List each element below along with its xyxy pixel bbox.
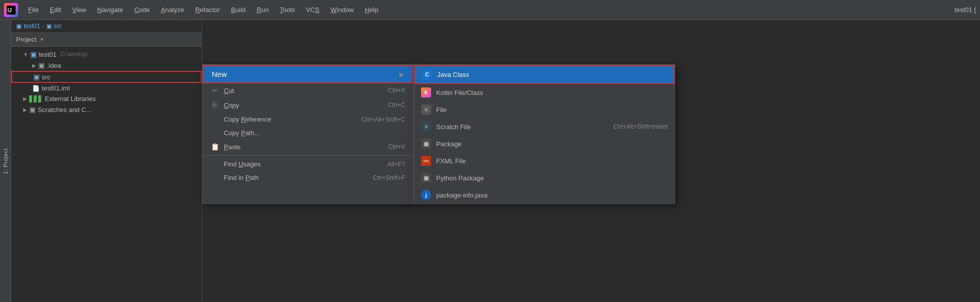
scratch-shortcut: Ctrl+Alt+Shift+Insert [613, 123, 668, 130]
tree-item-idea[interactable]: ▶ ▣ .idea [11, 60, 202, 71]
tree-item-src[interactable]: ▣ src [11, 71, 202, 83]
project-name-header: test01 [ [954, 6, 976, 14]
cut-shortcut: Ctrl+X [388, 87, 405, 94]
cut-label: Cut [224, 87, 234, 94]
submenu-package[interactable]: ▣ Package [414, 135, 675, 152]
menu-analyze[interactable]: Analyze [156, 4, 189, 16]
folder-gray-icon: ▣ [38, 61, 45, 69]
side-tab-project[interactable]: 1: Project [0, 20, 11, 302]
tree-item-test01[interactable]: ▼ ▣ test01 D:\worksp [11, 49, 202, 60]
folder-icon-breadcrumb: ▣ [16, 23, 22, 30]
menu-build[interactable]: Build [226, 4, 251, 16]
submenu-arrow-icon: ▶ [399, 71, 404, 78]
kotlin-icon: K [421, 87, 431, 97]
panel-title: Project [16, 36, 36, 43]
breadcrumb-project[interactable]: test01 [24, 23, 40, 30]
scratch-icon: ≡ [421, 122, 431, 132]
cut-icon: ✂ [211, 86, 219, 94]
folder-icon: ▣ [30, 50, 37, 58]
chevron-expanded-icon: ▼ [23, 52, 28, 57]
submenu-file[interactable]: ≡ File [414, 101, 675, 118]
package-info-label: package-info.java [436, 191, 487, 199]
context-menu-find-usages[interactable]: Find Usages Alt+F7 [203, 157, 413, 171]
fxml-label: FXML File [436, 157, 466, 165]
breadcrumb-sep: › [42, 23, 44, 30]
panel-header: Project ▼ [11, 33, 202, 47]
menu-refactor[interactable]: Refactor [190, 4, 225, 16]
copy-path-label: Copy Path... [224, 129, 260, 137]
context-menu-copy[interactable]: ⎘ Copy Ctrl+C [203, 97, 413, 113]
app-logo: IJ [4, 3, 18, 17]
submenu-package-info[interactable]: j package-info.java [414, 186, 675, 204]
menu-run[interactable]: Run [252, 4, 274, 16]
context-menu-paste[interactable]: 📋 Paste Ctrl+V [203, 140, 413, 154]
find-usages-label: Find Usages [224, 160, 261, 168]
python-package-label: Python Package [436, 174, 484, 182]
find-in-path-shortcut: Ctrl+Shift+F [373, 174, 405, 181]
submenu-kotlin[interactable]: K Kotlin File/Class [414, 84, 675, 101]
menu-view[interactable]: View [67, 4, 91, 16]
chevron-down-icon[interactable]: ▼ [39, 37, 44, 42]
file-label: File [436, 106, 447, 114]
package-info-icon: j [421, 190, 431, 200]
tree-label-scratches: Scratches and C... [38, 106, 92, 114]
scratch-label: Scratch File [436, 123, 471, 131]
svg-text:IJ: IJ [8, 8, 12, 13]
menu-code[interactable]: Code [129, 4, 155, 16]
file-type-icon: ≡ [421, 105, 431, 115]
folder-src-icon: ▣ [33, 73, 40, 81]
tree-label-test01: test01 [39, 51, 56, 58]
copy-reference-label: Copy Reference [224, 116, 271, 123]
project-tree: ▼ ▣ test01 D:\worksp ▶ ▣ .idea ▣ src 📄 t… [11, 47, 202, 117]
menu-tools[interactable]: Tools [275, 4, 300, 16]
tree-path: D:\worksp [60, 51, 87, 58]
chevron-collapsed-icon2: ▶ [23, 96, 27, 102]
package-label: Package [436, 140, 462, 148]
submenu-python-package[interactable]: ▣ Python Package [414, 169, 675, 186]
menu-separator [203, 155, 413, 156]
java-class-icon: C [422, 69, 432, 79]
context-menu-cut[interactable]: ✂ Cut Ctrl+X [203, 83, 413, 97]
fxml-icon: </> [421, 156, 431, 166]
new-label: New [212, 70, 227, 78]
kotlin-label: Kotlin File/Class [436, 89, 483, 96]
project-panel: ▣ test01 › ▣ src Project ▼ ▼ ▣ test01 D:… [11, 20, 202, 302]
menu-help[interactable]: Help [360, 4, 383, 16]
bars-icon: ▋▋▋ [29, 95, 43, 103]
menu-window[interactable]: Window [325, 4, 359, 16]
copy-label: Copy [224, 102, 239, 109]
chevron-collapsed-icon3: ▶ [23, 107, 27, 113]
menu-edit[interactable]: Edit [45, 4, 66, 16]
tree-label-external: External Libraries [45, 95, 96, 103]
paste-icon: 📋 [211, 143, 219, 151]
menu-navigate[interactable]: Navigate [92, 4, 128, 16]
submenu-scratch-file[interactable]: ≡ Scratch File Ctrl+Alt+Shift+Insert [414, 118, 675, 135]
java-class-label: Java Class [437, 71, 469, 78]
folder-icon-src: ▣ [46, 23, 52, 30]
folder-gray-icon2: ▣ [29, 106, 36, 114]
tree-label-src: src [42, 73, 50, 81]
find-usages-shortcut: Alt+F7 [387, 161, 405, 168]
tree-label-iml: test01.iml [42, 84, 70, 92]
file-icon: 📄 [32, 85, 40, 92]
paste-label: Paste [224, 143, 240, 151]
copy-icon: ⎘ [211, 100, 219, 110]
context-menu-find-in-path[interactable]: Find in Path Ctrl+Shift+F [203, 171, 413, 184]
find-in-path-label: Find in Path [224, 174, 259, 181]
tree-item-external-libs[interactable]: ▶ ▋▋▋ External Libraries [11, 93, 202, 104]
python-icon: ▣ [421, 173, 431, 183]
context-menu-copy-reference[interactable]: Copy Reference Ctrl+Alt+Shift+C [203, 113, 413, 126]
submenu-java-class[interactable]: C Java Class [414, 65, 675, 84]
chevron-collapsed-icon: ▶ [32, 63, 36, 68]
context-menu-new[interactable]: New ▶ [203, 65, 413, 83]
menu-file[interactable]: File [23, 4, 44, 16]
breadcrumb-src[interactable]: src [54, 23, 62, 30]
paste-shortcut: Ctrl+V [388, 143, 405, 150]
copy-reference-shortcut: Ctrl+Alt+Shift+C [362, 116, 405, 123]
main-area: 1: Project ▣ test01 › ▣ src Project ▼ ▼ … [0, 20, 980, 302]
tree-item-iml[interactable]: 📄 test01.iml [11, 83, 202, 93]
tree-item-scratches[interactable]: ▶ ▣ Scratches and C... [11, 104, 202, 115]
submenu-fxml[interactable]: </> FXML File [414, 152, 675, 169]
menu-vcs[interactable]: VCS [301, 4, 324, 16]
context-menu-copy-path[interactable]: Copy Path... [203, 126, 413, 140]
